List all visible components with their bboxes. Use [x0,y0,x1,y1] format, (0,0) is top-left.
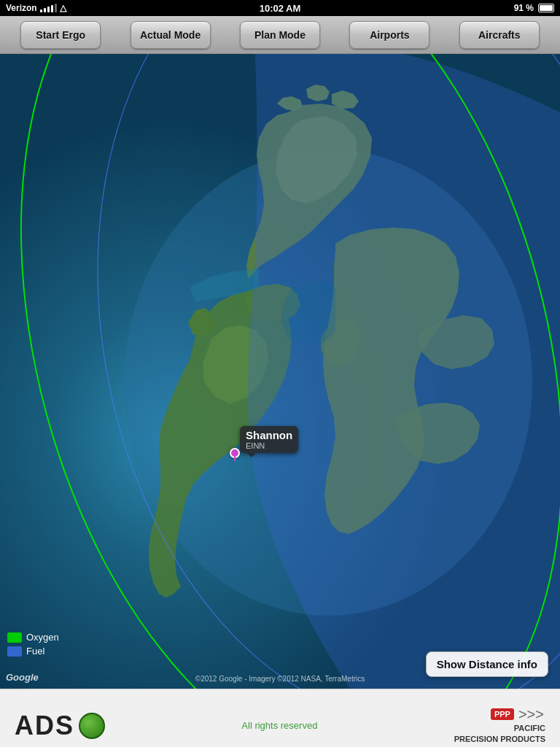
oxygen-swatch [7,632,22,643]
airports-button[interactable]: Airports [349,21,429,49]
aircrafts-button[interactable]: Aircrafts [459,21,540,49]
status-right: 91 % [514,3,554,13]
start-ergo-button[interactable]: Start Ergo [20,21,101,49]
map-legend: Oxygen Fuel [7,632,59,659]
oxygen-legend-item: Oxygen [7,632,59,643]
show-distance-button[interactable]: Show Distance info [426,651,548,677]
carrier-label: Verizon [6,3,37,13]
fuel-label: Fuel [26,646,44,657]
ppp-brand: PACIFICPRECISION PRODUCTS [454,723,545,746]
google-watermark: Google [6,672,39,683]
wifi-icon: △ [60,3,66,13]
pacific-text: PACIFICPRECISION PRODUCTS [454,723,545,746]
battery-icon [538,4,554,12]
battery-label: 91 % [514,3,534,13]
ppp-top: PPP >>> [491,706,545,723]
plan-mode-button[interactable]: Plan Mode [240,21,320,49]
toolbar: Start Ergo Actual Mode Plan Mode Airport… [0,16,560,54]
shannon-pin [230,448,240,458]
actual-mode-button[interactable]: Actual Mode [131,21,211,49]
ads-text: ADS [15,711,74,741]
ppp-separator: >>> [518,706,544,723]
status-left: Verizon △ [6,3,66,13]
ads-globe-icon [79,713,105,739]
shannon-code: EINN [246,441,292,450]
fuel-legend-item: Fuel [7,646,59,657]
map-copyright: ©2012 Google - Imagery ©2012 NASA, Terra… [195,675,365,683]
ads-logo: ADS [15,711,105,741]
shannon-name: Shannon [246,429,292,441]
ppp-logo: PPP >>> PACIFICPRECISION PRODUCTS [454,706,545,746]
footer: ADS All rights reserved PPP >>> PACIFICP… [0,689,560,747]
status-bar: Verizon △ 10:02 AM 91 % [0,0,560,16]
shannon-callout: Shannon EINN [240,426,298,453]
map-land [0,54,560,689]
ppp-badge: PPP [491,708,514,720]
map-area[interactable]: Shannon EINN Oxygen Fuel Google ©2012 Go… [0,54,560,689]
oxygen-label: Oxygen [26,632,59,643]
status-time: 10:02 AM [260,3,301,14]
signal-strength [40,4,57,12]
footer-rights: All rights reserved [241,720,317,731]
fuel-swatch [7,646,22,657]
